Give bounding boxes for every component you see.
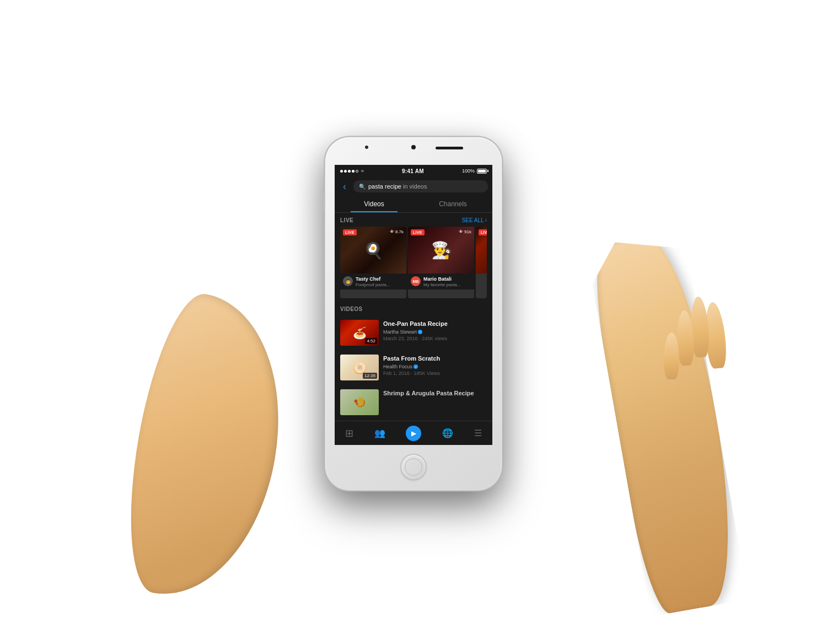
live-text-1: Tasty Chef Foolproof pasta... xyxy=(356,276,404,287)
live-sub-1: Foolproof pasta... xyxy=(356,282,404,287)
search-context: in videos xyxy=(403,183,427,190)
video-info-1: One-Pan Pasta Recipe Martha Stewart ✓ Ma… xyxy=(383,320,487,341)
home-icon: ⊞ xyxy=(345,427,353,439)
eye-icon-1: 👁 xyxy=(390,229,394,234)
search-query: pasta recipe xyxy=(368,183,401,190)
phone-screen: ≈ 9:41 AM 100% ‹ 🔍 xyxy=(335,165,492,445)
phone-bottom xyxy=(401,445,426,489)
camera-icon xyxy=(411,145,416,149)
viewer-num-1: 8.7k xyxy=(395,229,404,234)
search-text: pasta recipe in videos xyxy=(368,183,427,190)
tab-videos[interactable]: Videos xyxy=(335,196,414,212)
nav-menu[interactable]: ☰ xyxy=(474,428,482,438)
signal-dot-4 xyxy=(352,170,355,173)
live-channel-2: Mario Batali xyxy=(423,276,471,282)
videos-section-title: VIDEOS xyxy=(340,306,363,312)
front-camera-icon xyxy=(365,146,368,149)
signal-dot-3 xyxy=(348,170,351,173)
duration-1: 4:52 xyxy=(365,338,377,344)
video-views-1: 245K views xyxy=(422,336,447,341)
search-bar[interactable]: 🔍 pasta recipe in videos xyxy=(353,180,488,192)
video-thumb-3 xyxy=(340,389,379,415)
avatar-tastychef: 👨 xyxy=(343,276,353,286)
tab-channels[interactable]: Channels xyxy=(414,196,492,212)
video-title-3: Shrimp & Arugula Pasta Recipe xyxy=(383,389,487,397)
back-button[interactable]: ‹ xyxy=(339,181,350,192)
phone-wrapper: ≈ 9:41 AM 100% ‹ 🔍 xyxy=(325,154,502,490)
live-videos-row: LIVE 👁 8.7k 👨 Tasty Chef Fool xyxy=(335,227,492,298)
video-date-2: Feb 1, 2016 xyxy=(383,371,410,376)
live-info-1: 👨 Tasty Chef Foolproof pasta... xyxy=(340,273,406,289)
home-button[interactable] xyxy=(401,455,426,479)
video-channel-2: Health Focus ✓ xyxy=(383,364,487,369)
viewer-num-2: 91k xyxy=(464,229,471,234)
live-item-2[interactable]: LIVE 👁 91k MB Mario Batali My xyxy=(408,227,474,298)
eye-icon-2: 👁 xyxy=(459,229,463,234)
content-scroll: LIVE SEE ALL › LIVE xyxy=(335,213,492,421)
explore-icon: 🌐 xyxy=(442,428,453,438)
live-thumb-img-2: LIVE 👁 91k xyxy=(408,227,474,273)
wifi-icon: ≈ xyxy=(361,168,364,174)
status-bar: ≈ 9:41 AM 100% xyxy=(335,165,492,177)
viewer-count-1: 👁 8.7k xyxy=(390,229,404,234)
status-signal: ≈ xyxy=(340,168,364,174)
video-date-1: March 23, 2016 xyxy=(383,336,418,341)
nav-friends[interactable]: 👥 xyxy=(374,428,385,438)
phone: ≈ 9:41 AM 100% ‹ 🔍 xyxy=(325,137,502,490)
status-battery: 100% xyxy=(462,168,487,174)
live-item-3[interactable]: LIVE xyxy=(476,227,487,298)
play-icon: ▶ xyxy=(406,426,421,441)
home-button-inner xyxy=(405,458,422,476)
video-info-3: Shrimp & Arugula Pasta Recipe xyxy=(383,389,487,399)
signal-dot-1 xyxy=(340,170,343,173)
video-item-1[interactable]: 4:52 One-Pan Pasta Recipe Martha Stewart… xyxy=(335,315,492,350)
video-meta-2: Feb 1, 2016 · 185K Views xyxy=(383,371,487,376)
video-channel-1: Martha Stewart ✓ xyxy=(383,329,487,335)
signal-dot-2 xyxy=(344,170,347,173)
live-badge-3: LIVE xyxy=(479,229,487,235)
nav-explore[interactable]: 🌐 xyxy=(442,428,453,438)
live-section-title: LIVE xyxy=(340,217,353,223)
video-item-2[interactable]: 12:35 Pasta From Scratch Health Focus ✓ … xyxy=(335,350,492,385)
channel-name-1: Martha Stewart xyxy=(383,329,417,335)
phone-top xyxy=(325,137,502,165)
videos-section: VIDEOS 4:52 One-Pan Pasta Recipe Martha … xyxy=(335,298,492,420)
video-thumb-2: 12:35 xyxy=(340,355,379,380)
status-time: 9:41 AM xyxy=(402,168,424,174)
live-sub-2: My favorite pasta... xyxy=(423,282,471,287)
search-icon: 🔍 xyxy=(359,184,366,190)
live-channel-1: Tasty Chef xyxy=(356,276,404,282)
live-thumb-img-1: LIVE 👁 8.7k xyxy=(340,227,406,273)
video-title-1: One-Pan Pasta Recipe xyxy=(383,320,487,328)
live-section-header: LIVE SEE ALL › xyxy=(335,213,492,227)
see-all-button[interactable]: SEE ALL › xyxy=(462,217,487,223)
nav-videos[interactable]: ▶ xyxy=(406,426,421,441)
videos-section-header: VIDEOS xyxy=(335,302,492,315)
verified-icon-2: ✓ xyxy=(414,364,418,369)
live-item-1[interactable]: LIVE 👁 8.7k 👨 Tasty Chef Fool xyxy=(340,227,406,298)
verified-icon-1: ✓ xyxy=(418,330,422,334)
tabs-row: Videos Channels xyxy=(335,196,492,213)
video-item-3[interactable]: Shrimp & Arugula Pasta Recipe xyxy=(335,385,492,420)
friends-icon: 👥 xyxy=(374,428,385,438)
chevron-right-icon: › xyxy=(485,217,487,223)
search-header: ‹ 🔍 pasta recipe in videos xyxy=(335,177,492,196)
live-thumb-img-3: LIVE xyxy=(476,227,487,273)
live-badge-1: LIVE xyxy=(343,229,357,235)
battery-icon xyxy=(477,169,487,174)
channel-name-2: Health Focus xyxy=(383,364,412,369)
battery-pct: 100% xyxy=(462,168,475,174)
video-thumb-1: 4:52 xyxy=(340,320,379,346)
video-title-2: Pasta From Scratch xyxy=(383,355,487,362)
viewer-count-2: 👁 91k xyxy=(459,229,471,234)
avatar-mariobatali: MB xyxy=(411,276,421,286)
speaker-icon xyxy=(436,147,463,149)
video-views-2: 185K Views xyxy=(414,371,440,376)
signal-dot-5 xyxy=(356,170,358,173)
live-text-2: Mario Batali My favorite pasta... xyxy=(423,276,471,287)
menu-icon: ☰ xyxy=(474,428,482,438)
nav-home[interactable]: ⊞ xyxy=(345,427,353,439)
live-info-2: MB Mario Batali My favorite pasta... xyxy=(408,273,474,289)
bottom-nav: ⊞ 👥 ▶ 🌐 ☰ xyxy=(335,421,492,445)
video-meta-1: March 23, 2016 · 245K views xyxy=(383,336,487,341)
